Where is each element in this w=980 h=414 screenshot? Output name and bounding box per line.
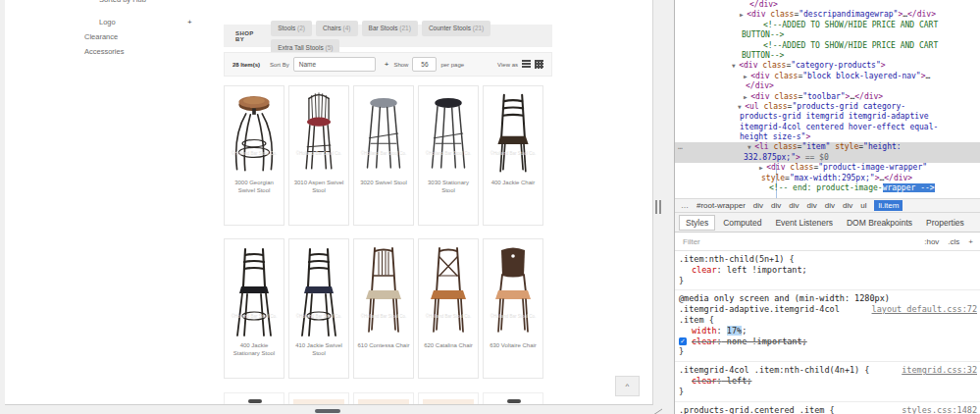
dom-node-selected[interactable]: 332.875px;"> == $0: [675, 153, 980, 163]
dom-node-line[interactable]: BUTTON-->: [675, 51, 980, 61]
css-rule[interactable]: .itemgrid-4col .item:nth-child(4n+1) {it…: [675, 362, 980, 401]
dom-node-line[interactable]: itemgrid-4col centered hover-effect equa…: [675, 123, 980, 132]
browser-window: Sorted by HubLogo+ClearanceAccessories S…: [0, 0, 980, 414]
css-selector: .item {: [679, 315, 977, 326]
dom-node-line[interactable]: style="max-width:295px;">…</div>: [675, 174, 980, 183]
css-declaration[interactable]: clear: left;: [679, 376, 977, 387]
product-row: ©Holland Bar Stool Co.3000 Georgian Swiv…: [224, 85, 543, 226]
stylesheet-link[interactable]: layout_default.css:72: [872, 304, 977, 315]
product-card[interactable]: ©Holland Bar Stool Co.3000 Georgian Swiv…: [224, 85, 284, 226]
toggle-[interactable]: +: [968, 237, 973, 246]
breadcrumb-overflow[interactable]: …: [681, 201, 689, 210]
breadcrumb-div[interactable]: div: [843, 201, 852, 210]
breadcrumb-div[interactable]: div: [789, 201, 799, 210]
product-row-clipped: [224, 392, 543, 405]
breadcrumb-div[interactable]: div: [753, 201, 763, 210]
dom-node-line[interactable]: </div>: [675, 81, 980, 91]
product-card-clipped: [288, 392, 349, 405]
product-card-clipped: [224, 392, 284, 405]
dom-node-line[interactable]: ▶ <div class="product-image-wrapper": [675, 163, 980, 173]
breadcrumb-liitem[interactable]: li.item: [874, 200, 903, 211]
per-page-input[interactable]: 56: [412, 57, 437, 72]
css-declaration[interactable]: clear: left !important;: [679, 265, 977, 276]
css-declaration[interactable]: width: 17%;: [679, 326, 977, 336]
product-row: ©Holland Bar Stool Co.400 Jackie Station…: [224, 238, 543, 379]
sidebar-item-clipped[interactable]: Sorted by Hub: [99, 0, 146, 4]
sidebar-item-logo[interactable]: Logo: [99, 18, 116, 26]
sort-by-select[interactable]: Name: [293, 57, 376, 72]
product-image: [423, 91, 474, 178]
breadcrumb-div[interactable]: div: [807, 201, 817, 210]
breadcrumb-div[interactable]: div: [771, 201, 781, 210]
expand-icon[interactable]: +: [187, 18, 192, 26]
horizontal-scrollbar-thumb[interactable]: [315, 409, 340, 413]
product-image: [488, 244, 539, 340]
styles-filter-input[interactable]: Filter: [683, 237, 700, 246]
dom-node-line[interactable]: <!-- end: product-image-wrapper -->: [675, 183, 980, 193]
dom-node-line[interactable]: ▶ <div class="toolbar">…</div>: [675, 92, 980, 102]
product-card[interactable]: ©Holland Bar Stool Co.3010 Aspen Swivel …: [288, 85, 349, 226]
stylesheet-link[interactable]: styles.css:1482: [902, 405, 977, 414]
css-rule[interactable]: @media only screen and (min-width: 1280p…: [675, 290, 980, 362]
styles-rules[interactable]: .item:nth-child(5n+1) {clear: left !impo…: [675, 251, 980, 414]
tab-properties[interactable]: Properties: [920, 216, 970, 230]
product-card[interactable]: ©Holland Bar Stool Co.620 Catalina Chair: [418, 238, 479, 379]
grid-view-icon[interactable]: [535, 60, 543, 69]
per-page-label: per page: [440, 62, 464, 68]
product-image: [488, 91, 539, 178]
dom-node-line[interactable]: ▼ <div class="category-products">: [675, 61, 980, 71]
css-rule[interactable]: .item:nth-child(5n+1) {clear: left !impo…: [675, 251, 980, 290]
css-rule[interactable]: .products-grid.centered .item {styles.cs…: [675, 402, 980, 414]
tab-styles[interactable]: Styles: [679, 215, 715, 231]
css-selector: .itemgrid-4col .item:nth-child(4n+1) {: [679, 365, 869, 376]
show-label: Show: [393, 62, 408, 68]
sidebar-item-accessories[interactable]: Accessories: [84, 47, 124, 56]
product-card[interactable]: ©Holland Bar Stool Co.410 Jackie Swivel …: [288, 238, 349, 379]
sort-direction-icon[interactable]: +: [385, 60, 389, 69]
stylesheet-link[interactable]: itemgrid.css:32: [902, 365, 977, 376]
product-name: 3010 Aspen Swivel Stool: [289, 178, 348, 194]
devtools-panel: </div>▶ <div class="descripandimagewrap"…: [674, 0, 980, 414]
dom-node-line[interactable]: height size-s">: [675, 132, 980, 142]
dom-node-line[interactable]: ▶ <div class="block block-layered-nav">…: [675, 72, 980, 81]
breadcrumb-div[interactable]: div: [825, 201, 835, 210]
filter-button-counter-stools[interactable]: Counter Stools (21): [422, 21, 490, 36]
elements-tree[interactable]: </div>▶ <div class="descripandimagewrap"…: [675, 0, 980, 198]
sort-by-label: Sort By: [270, 62, 289, 68]
filter-button-chairs[interactable]: Chairs (4): [316, 21, 358, 36]
breadcrumb-ul[interactable]: ul: [860, 201, 866, 210]
devtools-tabs: StylesComputedEvent ListenersDOM Breakpo…: [675, 213, 980, 233]
more-actions-icon[interactable]: …: [678, 142, 684, 152]
dom-node-line[interactable]: </div>: [675, 0, 980, 10]
dom-node-line[interactable]: <!--ADDED TO SHOW/HIDE PRICE AND CART: [675, 21, 980, 30]
product-name: 410 Jackie Swivel Stool: [289, 340, 348, 357]
css-declaration[interactable]: ✓clear: none !important;: [679, 336, 977, 347]
tab-event-listeners[interactable]: Event Listeners: [769, 216, 839, 230]
product-card[interactable]: ©Holland Bar Stool Co.610 Contessa Chair: [353, 238, 414, 379]
back-to-top-button[interactable]: ^: [615, 376, 640, 396]
tab-dom-breakpoints[interactable]: DOM Breakpoints: [841, 216, 918, 230]
dom-node-line[interactable]: products-grid itemgrid itemgrid-adaptive: [675, 112, 980, 122]
product-card[interactable]: ©Holland Bar Stool Co.630 Voltaire Chair: [483, 238, 543, 379]
filter-button-bar-stools[interactable]: Bar Stools (21): [362, 21, 418, 36]
resize-grip-icon[interactable]: [648, 404, 664, 414]
product-card[interactable]: ©Holland Bar Stool Co.3030 Stationary St…: [418, 85, 479, 226]
splitter-handle[interactable]: [655, 200, 663, 214]
product-card[interactable]: ©Holland Bar Stool Co.400 Jackie Station…: [224, 238, 284, 379]
dom-node-selected[interactable]: …▼ <li class="item" style="height:: [675, 142, 980, 152]
dom-node-line[interactable]: ▼ <ul class="products-grid category-: [675, 102, 980, 112]
dom-node-line[interactable]: <!--ADDED TO SHOW/HIDE PRICE AND CART: [675, 41, 980, 51]
css-selector: .products-grid.centered .item {: [679, 405, 835, 414]
tab-computed[interactable]: Computed: [717, 216, 767, 230]
sidebar-item-clearance[interactable]: Clearance: [84, 32, 118, 41]
declaration-checkbox-checked[interactable]: ✓: [679, 337, 687, 345]
dom-node-line[interactable]: ▶ <div class="descripandimagewrap">…</di…: [675, 10, 980, 20]
filter-button-stools[interactable]: Stools (2): [271, 21, 312, 36]
product-card[interactable]: ©Holland Bar Stool Co.3020 Swivel Stool: [353, 85, 414, 226]
list-view-icon[interactable]: [522, 60, 531, 69]
toggle-cls[interactable]: .cls: [948, 237, 959, 246]
dom-node-line[interactable]: BUTTON-->: [675, 30, 980, 40]
product-card[interactable]: ©Holland Bar Stool Co.400 Jackie Chair: [483, 85, 543, 226]
toggle-hov[interactable]: :hov: [924, 237, 939, 246]
breadcrumb-root-wrapper[interactable]: #root-wrapper: [696, 201, 746, 210]
